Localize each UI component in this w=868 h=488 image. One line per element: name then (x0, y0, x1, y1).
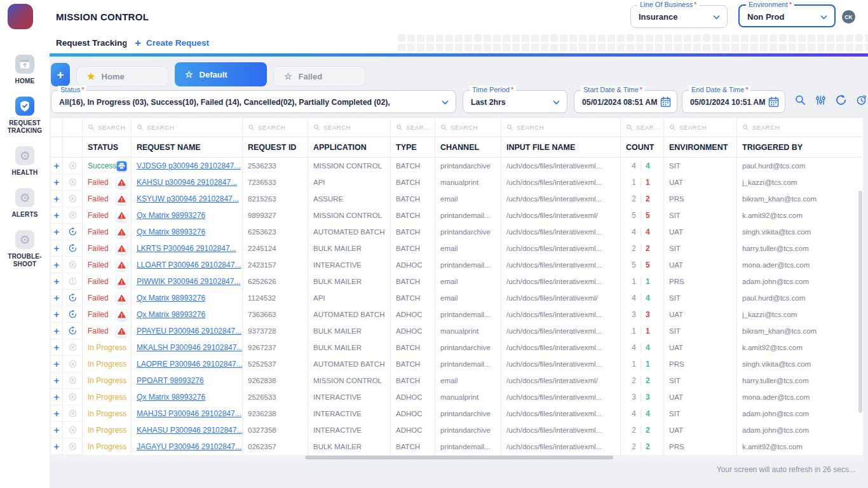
vertical-scrollbar-thumb[interactable] (858, 191, 862, 413)
expand-row-button[interactable]: + (51, 224, 62, 240)
warning-icon[interactable] (116, 276, 127, 287)
search-environment-input[interactable] (679, 124, 734, 131)
request-name-link[interactable]: VJDSG9 p300946 29102847... (137, 161, 240, 170)
expand-row-button[interactable]: + (51, 240, 62, 256)
search-icon[interactable] (794, 94, 806, 106)
calendar-icon[interactable] (768, 96, 780, 108)
expand-row-button[interactable]: + (51, 356, 62, 372)
request-name-link[interactable]: Qx Matrix 98993276 (137, 393, 205, 402)
request-name-link[interactable]: LAOPRE P300946 29102847... (137, 360, 243, 369)
retry-request-icon[interactable] (68, 243, 78, 253)
expand-row-button[interactable]: + (51, 405, 62, 421)
expand-row-button[interactable]: + (51, 422, 62, 438)
expand-row-button[interactable]: + (51, 273, 62, 289)
warning-icon[interactable] (116, 293, 127, 304)
environment-select[interactable]: Environment* Non Prod (738, 4, 836, 27)
expand-row-button[interactable]: + (51, 174, 62, 190)
sidebar-item-alerts[interactable]: ⚙ ALERTS (2, 188, 48, 219)
search-request-name-input[interactable] (147, 124, 240, 131)
request-name-link[interactable]: Qx Matrix 98993276 (137, 227, 205, 236)
warning-icon[interactable] (116, 227, 127, 238)
expand-row-button[interactable]: + (51, 372, 62, 388)
request-name-link[interactable]: KSYUW p300946 29102847... (137, 194, 239, 203)
cancel-request-icon[interactable] (68, 425, 78, 435)
status-filter-select[interactable]: Status* All(16), In Progress (03), Succe… (51, 90, 456, 113)
request-name-link[interactable]: Qx Matrix 98993276 (137, 211, 205, 220)
expand-row-button[interactable]: + (51, 438, 62, 454)
warning-icon[interactable] (116, 210, 127, 221)
request-name-link[interactable]: MKALSH P300946 29102847... (137, 343, 243, 352)
cancel-request-icon[interactable] (68, 194, 78, 203)
cancel-request-icon[interactable] (68, 260, 78, 269)
cancel-request-icon[interactable] (68, 409, 78, 418)
sidebar-item-request-tracking[interactable]: REQUEST TRACKING (2, 97, 48, 135)
search-status-input[interactable] (98, 124, 128, 131)
warning-icon[interactable] (116, 260, 127, 271)
retry-request-icon[interactable] (68, 293, 78, 302)
retry-request-icon[interactable] (68, 326, 78, 336)
sidebar-item-home[interactable]: HOME (2, 55, 48, 85)
auto-refresh-timer-icon[interactable] (855, 94, 867, 106)
cancel-request-icon[interactable] (68, 177, 78, 187)
warning-icon[interactable] (116, 243, 127, 254)
time-period-select[interactable]: Time Period* Last 2hrs (463, 90, 567, 113)
tab-failed[interactable]: ☆ Failed (273, 66, 365, 86)
search-triggered-by-input[interactable] (752, 124, 860, 131)
user-avatar[interactable]: CK (842, 10, 855, 24)
retry-request-icon[interactable] (68, 227, 78, 236)
request-name-link[interactable]: PIWWIK P300946 29102847... (137, 277, 240, 286)
tab-home[interactable]: ★ Home (76, 66, 168, 86)
sidebar-item-troubleshoot[interactable]: ⚙ TROUBLE-SHOOT (2, 230, 48, 268)
request-name-link[interactable]: KAHASU P300946 29102847... (137, 426, 243, 435)
cancel-request-icon[interactable] (68, 161, 78, 170)
request-name-link[interactable]: Qx Matrix 98993276 (137, 294, 205, 302)
search-application-input[interactable] (323, 124, 388, 131)
request-name-link[interactable]: Qx Matrix 98993276 (137, 310, 205, 319)
search-channel-input[interactable] (451, 124, 498, 131)
expand-row-button[interactable]: + (51, 257, 62, 273)
expand-row-button[interactable]: + (51, 158, 62, 173)
request-name-link[interactable]: KAHSU p300946 29102847... (137, 178, 237, 187)
refresh-icon[interactable] (835, 94, 847, 106)
cancel-request-icon[interactable] (68, 342, 78, 352)
pending-request-icon[interactable] (68, 276, 78, 286)
expand-row-button[interactable]: + (51, 323, 62, 339)
tab-default[interactable]: ☆ Default (175, 62, 267, 86)
request-name-link[interactable]: LLOART P300946 29102847... (137, 261, 241, 269)
calendar-icon[interactable] (660, 96, 672, 108)
expand-row-button[interactable]: + (51, 290, 62, 306)
retry-request-icon[interactable] (68, 309, 78, 319)
line-of-business-select[interactable]: Line Of Business* Insurance (630, 5, 728, 28)
search-input-file-input[interactable] (517, 124, 618, 131)
expand-row-button[interactable]: + (51, 306, 62, 322)
filter-sliders-icon[interactable] (815, 94, 827, 106)
cancel-request-icon[interactable] (68, 359, 78, 369)
warning-icon[interactable] (116, 326, 127, 337)
request-name-link[interactable]: LKRTS P300946 29102847... (137, 244, 236, 253)
search-request-id-input[interactable] (258, 124, 305, 131)
cancel-request-icon[interactable] (68, 376, 78, 385)
expand-row-button[interactable]: + (51, 339, 62, 355)
cancel-request-icon[interactable] (68, 210, 78, 220)
request-name-link[interactable]: JAGAYU P300946 29102847... (137, 442, 241, 451)
end-datetime-field[interactable]: End Date & Time* 05/01/2024 10:51 AM (682, 90, 785, 113)
start-datetime-field[interactable]: Start Date & Time* 05/01/2024 08:51 AM (574, 90, 677, 113)
horizontal-scrollbar-thumb[interactable] (305, 456, 613, 459)
warning-icon[interactable] (116, 194, 127, 205)
request-name-link[interactable]: MAHJSJ P300946 29102847... (137, 409, 241, 418)
printer-icon[interactable] (116, 161, 127, 172)
create-request-button[interactable]: + Create Request (135, 37, 209, 48)
search-count-input[interactable] (636, 124, 661, 131)
add-view-tab-button[interactable]: + (51, 63, 70, 86)
request-name-link[interactable]: PPOART 98993276 (137, 376, 204, 385)
warning-icon[interactable] (116, 309, 127, 320)
expand-row-button[interactable]: + (51, 389, 62, 405)
search-type-input[interactable] (406, 124, 432, 131)
cancel-request-icon[interactable] (68, 392, 78, 402)
expand-row-button[interactable]: + (51, 207, 62, 223)
cancel-request-icon[interactable] (68, 442, 78, 451)
sidebar-item-health[interactable]: ⚙ HEALTH (2, 146, 48, 177)
request-name-link[interactable]: PPAYEU P300946 29102847... (137, 327, 241, 336)
warning-icon[interactable] (116, 177, 127, 188)
expand-row-button[interactable]: + (51, 191, 62, 207)
